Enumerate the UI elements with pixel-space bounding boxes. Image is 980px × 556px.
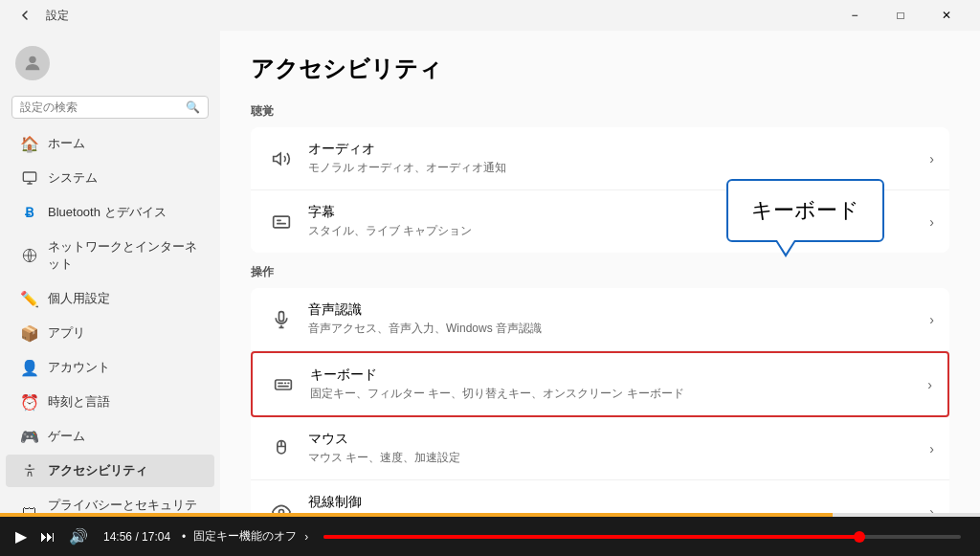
keyboard-chevron-icon: › [927, 377, 932, 392]
operation-settings-list: 音声認識 音声アクセス、音声入力、Windows 音声認識 › キーボード 固定… [251, 288, 949, 513]
close-button[interactable]: ✕ [924, 0, 969, 31]
progress-bar-fill [0, 513, 833, 517]
maximize-button[interactable]: □ [879, 0, 923, 31]
sidebar-item-accounts[interactable]: 👤 アカウント [6, 351, 214, 384]
sidebar-item-gaming[interactable]: 🎮 ゲーム [6, 420, 214, 453]
voice-title: 音声認識 [308, 301, 929, 319]
settings-window: 設定 − □ ✕ 🔍 🏠 ホーム [0, 0, 980, 517]
play-button[interactable]: ▶ [11, 525, 31, 547]
video-progress-bar[interactable] [323, 535, 961, 539]
section-label-operation: 操作 [251, 264, 949, 280]
svg-point-0 [29, 56, 35, 63]
video-progress-thumb [854, 531, 865, 543]
sidebar-item-system[interactable]: システム [6, 162, 214, 194]
video-bar: ▶ ⏭ 🔊 14:56 / 17:04 • 固定キー機能のオフ › [0, 517, 980, 556]
sidebar-item-accounts-label: アカウント [48, 359, 110, 376]
voice-chevron-icon: › [929, 312, 934, 327]
personalization-icon: ✏️ [21, 290, 38, 307]
eyecontrol-chevron-icon: › [929, 504, 934, 514]
video-subtitle: 固定キー機能のオフ [193, 528, 297, 545]
gaming-icon: 🎮 [21, 428, 38, 445]
sidebar-item-network[interactable]: ネットワークとインターネット [6, 231, 214, 280]
keyboard-icon [268, 369, 299, 400]
page-title: アクセシビリティ [251, 54, 949, 84]
mouse-title: マウス [308, 431, 929, 448]
sidebar-item-personalization[interactable]: ✏️ 個人用設定 [6, 282, 214, 315]
volume-button[interactable]: 🔊 [65, 525, 92, 547]
sidebar-item-system-label: システム [48, 169, 98, 187]
sidebar-item-personalization-label: 個人用設定 [48, 290, 110, 307]
video-progress-fill [323, 535, 865, 539]
sidebar-item-network-label: ネットワークとインターネット [48, 238, 199, 273]
sidebar-item-accessibility-label: アクセシビリティ [48, 462, 147, 479]
sidebar-item-time-label: 時刻と言語 [48, 393, 110, 411]
keyboard-item-text: キーボード 固定キー、フィルター キー、切り替えキー、オンスクリーン キーボード [310, 367, 927, 402]
sidebar-item-home-label: ホーム [48, 135, 85, 152]
callout-text: キーボード [751, 198, 859, 222]
main-content: アクセシビリティ キーボード 聴覚 オーディオ モノラル オーディオ、オーディオ… [220, 31, 980, 513]
settings-item-voice[interactable]: 音声認識 音声アクセス、音声入力、Windows 音声認識 › [251, 288, 949, 351]
window-title: 設定 [46, 8, 69, 24]
search-box[interactable]: 🔍 [11, 96, 209, 119]
eyecontrol-title: 視線制御 [308, 494, 929, 511]
settings-item-eyecontrol[interactable]: 視線制御 視線トラッカー、音声合成 › [251, 480, 949, 513]
sidebar-item-bluetooth-label: Bluetooth とデバイス [48, 204, 167, 221]
video-controls: ▶ ⏭ 🔊 [11, 525, 92, 547]
video-time: 14:56 / 17:04 [103, 530, 170, 544]
keyboard-subtitle: 固定キー、フィルター キー、切り替えキー、オンスクリーン キーボード [310, 386, 927, 402]
video-time-current: 14:56 [103, 530, 132, 544]
bluetooth-icon: Ƀ [21, 204, 38, 221]
sidebar-item-privacy[interactable]: 🛡 プライバシーとセキュリティ [6, 489, 214, 513]
svg-marker-5 [274, 153, 281, 165]
eyecontrol-icon [266, 497, 297, 514]
settings-item-mouse[interactable]: マウス マウス キー、速度、加速設定 › [251, 417, 949, 480]
audio-item-text: オーディオ モノラル オーディオ、オーディオ通知 [308, 141, 929, 176]
minimize-button[interactable]: − [833, 0, 877, 31]
home-icon: 🏠 [21, 135, 38, 152]
mouse-subtitle: マウス キー、速度、加速設定 [308, 450, 929, 466]
back-button[interactable] [11, 2, 38, 29]
audio-icon [266, 144, 297, 174]
eyecontrol-item-text: 視線制御 視線トラッカー、音声合成 [308, 494, 929, 513]
progress-bar-area [0, 513, 980, 517]
audio-subtitle: モノラル オーディオ、オーディオ通知 [308, 160, 929, 176]
system-icon [21, 169, 38, 187]
svg-point-3 [29, 464, 32, 467]
keyboard-title: キーボード [310, 367, 927, 384]
time-icon: ⏰ [21, 393, 38, 411]
mouse-chevron-icon: › [929, 441, 934, 456]
callout-tooltip: キーボード [726, 179, 884, 242]
svg-rect-8 [276, 380, 292, 389]
window-controls: − □ ✕ [833, 0, 969, 31]
captions-icon [266, 207, 297, 237]
next-button[interactable]: ⏭ [36, 526, 59, 547]
settings-item-keyboard[interactable]: キーボード 固定キー、フィルター キー、切り替えキー、オンスクリーン キーボード… [251, 351, 949, 417]
svg-rect-7 [279, 311, 284, 321]
sidebar-item-apps[interactable]: 📦 アプリ [6, 317, 214, 349]
svg-rect-1 [23, 172, 35, 181]
content-area: 🔍 🏠 ホーム システム Ƀ Bluetooth とデバイス ネットワ [0, 31, 980, 513]
avatar[interactable] [15, 46, 50, 80]
accessibility-icon [21, 462, 38, 479]
sidebar-item-accessibility[interactable]: アクセシビリティ [6, 455, 214, 487]
voice-icon [266, 304, 297, 335]
captions-chevron-icon: › [929, 214, 934, 230]
sidebar-item-time[interactable]: ⏰ 時刻と言語 [6, 386, 214, 418]
sidebar-item-home[interactable]: 🏠 ホーム [6, 127, 214, 160]
svg-rect-6 [274, 216, 290, 228]
video-chevron: › [304, 530, 308, 544]
sidebar-item-apps-label: アプリ [48, 324, 85, 342]
audio-chevron-icon: › [929, 151, 934, 167]
accounts-icon: 👤 [21, 359, 38, 376]
video-dot-separator: • [182, 530, 186, 544]
section-label-hearing: 聴覚 [251, 103, 949, 120]
video-time-total: 17:04 [142, 530, 170, 544]
search-input[interactable] [20, 100, 186, 114]
user-avatar-section [0, 38, 220, 96]
sidebar-item-bluetooth[interactable]: Ƀ Bluetooth とデバイス [6, 196, 214, 229]
search-icon: 🔍 [186, 100, 200, 114]
network-icon [21, 247, 38, 264]
sidebar-item-gaming-label: ゲーム [48, 428, 85, 445]
privacy-icon: 🛡 [21, 505, 38, 513]
audio-title: オーディオ [308, 141, 929, 158]
